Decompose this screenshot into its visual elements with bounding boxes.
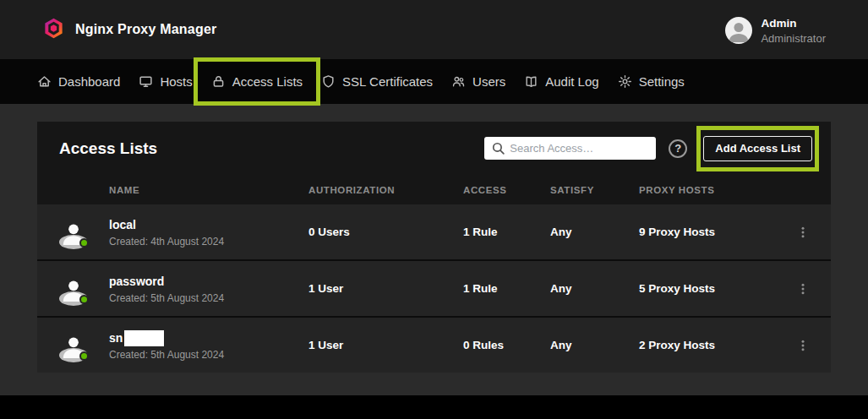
nav-item-audit-log[interactable]: Audit Log — [515, 69, 608, 94]
nav-item-access-lists[interactable]: Access Lists — [202, 69, 312, 94]
avatar — [59, 275, 88, 303]
card-header: Access Lists ? Add Access List — [37, 122, 831, 175]
nav-item-label: Hosts — [160, 74, 192, 89]
row-actions-menu-icon[interactable] — [774, 282, 831, 296]
nav-item-label: Audit Log — [545, 74, 598, 89]
status-dot — [79, 295, 89, 304]
satisfy-cell: Any — [550, 282, 639, 295]
app-logo-icon — [42, 17, 65, 43]
book-icon — [524, 74, 538, 89]
access-cell: 0 Rules — [463, 339, 550, 351]
nav-item-label: Dashboard — [58, 74, 120, 89]
row-actions-menu-icon[interactable] — [774, 226, 831, 239]
authorization-cell: 1 User — [308, 282, 463, 295]
table-row[interactable]: local Created: 4th August 2024 0 Users 1… — [37, 204, 831, 259]
proxy-hosts-cell: 2 Proxy Hosts — [639, 339, 774, 351]
table-row[interactable]: password Created: 5th August 2024 1 User… — [37, 261, 831, 316]
search-icon — [491, 141, 505, 155]
nav-item-settings[interactable]: Settings — [609, 69, 694, 94]
user-name: Admin — [761, 17, 826, 30]
nav-item-label: SSL Certificates — [342, 74, 433, 89]
authorization-cell: 1 User — [308, 339, 463, 351]
app-header: Nginx Proxy Manager Admin Administrator — [0, 0, 868, 59]
access-cell: 1 Rule — [463, 226, 550, 238]
page-title: Access Lists — [59, 139, 484, 158]
search-box — [484, 137, 656, 160]
row-actions-menu-icon[interactable] — [774, 339, 831, 352]
user-menu[interactable]: Admin Administrator — [725, 15, 826, 45]
column-header-authorization: AUTHORIZATION — [308, 185, 463, 195]
search-input[interactable] — [484, 137, 656, 160]
gear-icon — [618, 74, 632, 89]
access-cell: 1 Rule — [463, 282, 550, 295]
satisfy-cell: Any — [550, 339, 639, 351]
app-title: Nginx Proxy Manager — [75, 22, 216, 37]
created-date: Created: 5th August 2024 — [109, 349, 308, 361]
user-avatar — [725, 17, 752, 44]
nav-item-ssl-certificates[interactable]: SSL Certificates — [312, 69, 442, 94]
brand[interactable]: Nginx Proxy Manager — [42, 17, 216, 43]
column-header-proxy-hosts: PROXY HOSTS — [639, 185, 774, 195]
lock-icon — [211, 74, 226, 89]
content-area: Access Lists ? Add Access List — [0, 104, 868, 395]
column-header-name: NAME — [109, 185, 308, 195]
main-nav: Dashboard Hosts Access Lists SSL Certifi… — [0, 59, 868, 104]
nav-item-hosts[interactable]: Hosts — [129, 69, 201, 94]
nav-item-label: Access Lists — [232, 74, 303, 89]
user-role: Administrator — [761, 32, 826, 45]
column-header-access: ACCESS — [463, 185, 550, 195]
satisfy-cell: Any — [550, 226, 639, 238]
home-icon — [37, 74, 52, 89]
column-header-satisfy: SATISFY — [550, 185, 639, 195]
proxy-hosts-cell: 5 Proxy Hosts — [639, 282, 774, 295]
add-button-wrap: Add Access List — [703, 136, 812, 161]
table-row[interactable]: sn Created: 5th August 2024 1 User 0 Rul… — [37, 318, 831, 373]
redacted-text-overlay — [124, 330, 164, 346]
created-date: Created: 5th August 2024 — [109, 292, 308, 304]
status-dot — [79, 351, 89, 361]
shield-icon — [321, 74, 336, 89]
access-list-name: sn — [109, 331, 123, 345]
access-lists-card: Access Lists ? Add Access List — [37, 122, 831, 373]
user-info: Admin Administrator — [761, 17, 826, 45]
proxy-hosts-cell: 9 Proxy Hosts — [639, 226, 774, 238]
screen: Nginx Proxy Manager Admin Administrator … — [0, 0, 868, 419]
authorization-cell: 0 Users — [308, 226, 463, 238]
nav-item-users[interactable]: Users — [442, 69, 515, 94]
access-list-name: local — [109, 218, 136, 231]
help-icon[interactable]: ? — [669, 139, 687, 158]
add-access-list-button[interactable]: Add Access List — [703, 136, 812, 161]
status-dot — [79, 238, 89, 248]
access-list-name: password — [109, 275, 164, 288]
nav-item-label: Settings — [639, 74, 685, 89]
avatar — [59, 331, 88, 360]
table-body: local Created: 4th August 2024 0 Users 1… — [37, 204, 831, 373]
avatar — [59, 218, 88, 247]
monitor-icon — [139, 74, 153, 89]
nav-item-dashboard[interactable]: Dashboard — [28, 69, 129, 94]
created-date: Created: 4th August 2024 — [109, 236, 308, 248]
users-icon — [451, 74, 466, 89]
nav-item-label: Users — [472, 74, 505, 89]
table-header-row: NAME AUTHORIZATION ACCESS SATISFY PROXY … — [37, 175, 831, 204]
